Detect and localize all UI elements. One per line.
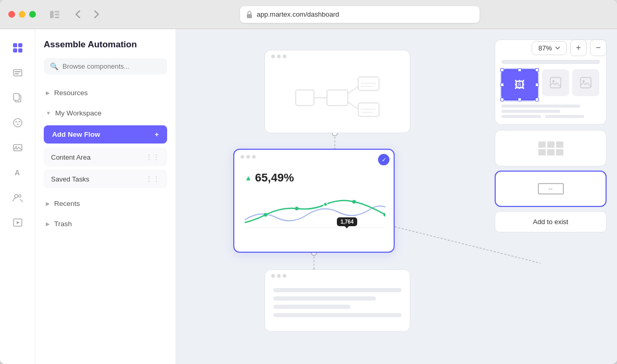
rail-layers-icon[interactable] — [7, 62, 28, 83]
card-diagram — [265, 62, 410, 133]
saved-tasks-dots-icon[interactable]: ⋮⋮ — [145, 175, 160, 183]
main-canvas[interactable]: 87% + − — [176, 29, 617, 364]
content-area-dots-icon[interactable]: ⋮⋮ — [145, 153, 160, 161]
svg-rect-7 — [13, 48, 17, 53]
card-line-1 — [273, 288, 401, 292]
zoom-in-button[interactable]: + — [570, 40, 587, 56]
search-icon: 🔍 — [50, 62, 58, 70]
svg-rect-9 — [14, 70, 22, 76]
comp-line-2 — [501, 110, 560, 113]
zoom-display[interactable]: 87% — [532, 41, 567, 55]
resources-header[interactable]: ▶ Resources — [44, 85, 167, 101]
svg-rect-3 — [55, 17, 59, 18]
rail-grid-icon[interactable] — [7, 37, 28, 58]
zoom-chevron-icon — [555, 46, 560, 49]
active-card-dots — [234, 150, 394, 163]
right-panel: ⓘ 🖼 — [495, 40, 607, 232]
flow-card-top[interactable] — [265, 50, 410, 133]
add-flow-plus-icon: + — [155, 131, 159, 138]
chart-area: ▲ 65,49% 1,764 — [234, 163, 394, 238]
resize-component-icon: ↔ — [538, 183, 564, 194]
trash-header[interactable]: ▶ Trash — [44, 216, 167, 232]
rail-text-icon[interactable]: A — [7, 162, 28, 183]
zoom-value: 87% — [538, 44, 552, 52]
svg-rect-32 — [327, 90, 348, 106]
svg-rect-18 — [14, 145, 22, 151]
card-dot-2 — [277, 55, 281, 58]
url-text: app.martex.com/dashboard — [257, 10, 339, 18]
forward-button[interactable] — [88, 6, 105, 23]
svg-rect-8 — [18, 48, 22, 53]
trash-label: Trash — [54, 220, 72, 228]
close-button[interactable] — [8, 11, 15, 18]
svg-line-37 — [348, 86, 358, 94]
grid-component-icon — [533, 136, 569, 161]
rail-image-icon[interactable] — [7, 137, 28, 158]
comp-line-row — [501, 115, 600, 118]
back-button[interactable] — [69, 6, 86, 23]
svg-point-22 — [18, 195, 21, 198]
card-dot-3 — [283, 55, 286, 58]
component-text-lines — [501, 105, 600, 118]
rail-play-icon[interactable] — [7, 212, 28, 233]
comp-line-3b — [545, 115, 585, 118]
svg-point-16 — [18, 121, 20, 123]
component-resize-card[interactable]: ↔ — [495, 171, 607, 207]
workspace-chevron-icon: ▼ — [46, 110, 51, 116]
workspace-item-saved-tasks[interactable]: Saved Tasks ⋮⋮ — [44, 170, 167, 188]
app-content: A Assemble Automation — [0, 29, 617, 364]
component-images-row: 🖼 — [501, 69, 600, 100]
add-to-exist-button[interactable]: Add to exist — [495, 211, 607, 232]
minimize-button[interactable] — [19, 11, 26, 18]
line-chart-svg — [245, 189, 385, 230]
resize-rect: ↔ — [538, 183, 564, 194]
selection-handle-tl — [500, 68, 504, 72]
comp-line-1 — [501, 105, 580, 108]
bottom-card-content — [265, 282, 410, 323]
workspace-header[interactable]: ▼ My Workspace — [44, 105, 167, 121]
flow-diagram-svg — [291, 72, 384, 124]
svg-rect-33 — [296, 90, 314, 106]
add-new-flow-button[interactable]: Add New Flow + — [44, 125, 167, 144]
comp-line-3a — [501, 115, 541, 118]
rail-copy-icon[interactable] — [7, 87, 28, 108]
image-placeholder-icon-2 — [580, 77, 591, 88]
zoom-out-button[interactable]: − — [590, 40, 607, 56]
card-line-4 — [273, 313, 401, 317]
component-grid-card[interactable] — [495, 130, 607, 166]
sidebar-toggle-button[interactable] — [46, 6, 63, 23]
flow-card-bottom[interactable] — [265, 269, 410, 332]
recents-header[interactable]: ▶ Recents — [44, 196, 167, 212]
search-box[interactable]: 🔍 — [44, 58, 167, 74]
resources-section: ▶ Resources — [44, 85, 167, 101]
rail-users-icon[interactable] — [7, 187, 28, 208]
recents-chevron-icon: ▶ — [46, 201, 50, 206]
svg-point-21 — [15, 194, 18, 198]
component-small-images — [542, 69, 599, 96]
search-input[interactable] — [62, 62, 161, 70]
component-small-image-1 — [542, 69, 569, 96]
component-main-image: 🖼 — [501, 69, 538, 100]
zoom-out-icon: − — [596, 43, 600, 53]
gc-5 — [547, 149, 555, 155]
image-icon: 🖼 — [514, 79, 525, 91]
address-bar[interactable]: app.martex.com/dashboard — [240, 6, 480, 23]
svg-rect-1 — [55, 11, 59, 12]
svg-rect-35 — [358, 103, 379, 116]
svg-point-43 — [264, 213, 268, 217]
svg-marker-24 — [17, 221, 20, 224]
workspace-label: My Workspace — [55, 109, 102, 117]
workspace-item-content-area[interactable]: Content Area ⋮⋮ — [44, 148, 167, 166]
trash-section: ▶ Trash — [44, 216, 167, 232]
rail-palette-icon[interactable] — [7, 112, 28, 133]
active-check-badge: ✓ — [378, 154, 389, 165]
maximize-button[interactable] — [29, 11, 36, 18]
svg-rect-6 — [18, 43, 22, 47]
svg-rect-5 — [13, 43, 17, 47]
svg-rect-10 — [15, 71, 21, 72]
flow-card-active[interactable]: ✓ ▲ 65,49% 1,764 — [233, 149, 395, 253]
svg-rect-2 — [55, 14, 59, 15]
active-dot-2 — [246, 155, 250, 159]
add-flow-label: Add New Flow — [52, 131, 100, 138]
bottom-dot-1 — [271, 274, 275, 278]
